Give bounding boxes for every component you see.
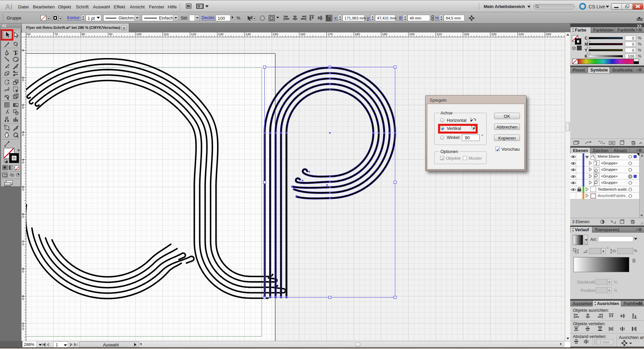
svg-text:0: 0 bbox=[22, 242, 24, 246]
svg-text:0: 0 bbox=[22, 133, 24, 137]
svg-text:110: 110 bbox=[164, 32, 169, 36]
svg-text:70: 70 bbox=[54, 32, 58, 36]
svg-text:*: * bbox=[584, 3, 585, 6]
svg-text:0: 0 bbox=[22, 160, 24, 164]
svg-text:0: 0 bbox=[22, 78, 24, 82]
svg-text:190: 190 bbox=[382, 32, 387, 36]
svg-text:240: 240 bbox=[519, 32, 524, 36]
svg-text:160: 160 bbox=[300, 32, 306, 36]
svg-text:250: 250 bbox=[546, 32, 551, 36]
svg-text:90: 90 bbox=[109, 32, 113, 36]
svg-text:210: 210 bbox=[437, 32, 442, 36]
svg-text:T: T bbox=[13, 49, 18, 56]
svg-text:170: 170 bbox=[327, 32, 333, 36]
svg-text:0: 0 bbox=[22, 269, 24, 273]
svg-text:100: 100 bbox=[136, 32, 142, 36]
svg-text:0: 0 bbox=[22, 215, 24, 218]
svg-text:80: 80 bbox=[82, 32, 85, 36]
svg-text:130: 130 bbox=[218, 32, 223, 36]
svg-text:200: 200 bbox=[409, 32, 415, 36]
svg-text:60: 60 bbox=[27, 32, 31, 36]
svg-text:180: 180 bbox=[355, 32, 360, 36]
svg-text:120: 120 bbox=[191, 32, 196, 36]
svg-text:0: 0 bbox=[22, 297, 24, 301]
svg-text:0: 0 bbox=[22, 327, 24, 331]
svg-text:230: 230 bbox=[491, 32, 496, 36]
svg-text:0: 0 bbox=[22, 106, 24, 109]
svg-text:0: 0 bbox=[22, 188, 24, 191]
svg-text:140: 140 bbox=[246, 32, 251, 36]
svg-text:0: 0 bbox=[22, 48, 24, 52]
svg-text:150: 150 bbox=[273, 32, 278, 36]
svg-text:220: 220 bbox=[464, 32, 469, 36]
